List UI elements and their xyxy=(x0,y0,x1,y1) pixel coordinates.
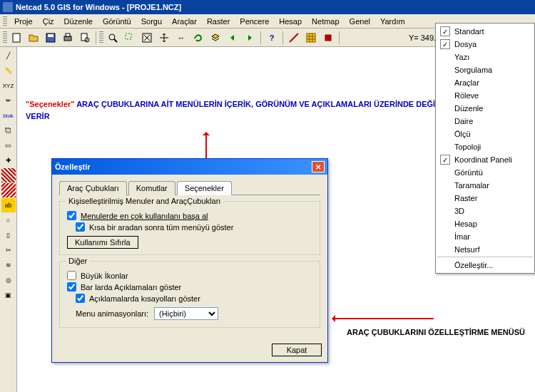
grid-icon[interactable] xyxy=(303,30,319,46)
context-menu-item--zelle-tir-[interactable]: Özelleştir... xyxy=(437,259,533,272)
menubar-grip[interactable] xyxy=(3,16,7,26)
context-menu-item-label: Röleve xyxy=(454,91,479,100)
chk-full-menu[interactable] xyxy=(76,222,85,232)
toolbar-grip-2[interactable] xyxy=(99,31,103,44)
tab-secenekler[interactable]: Seçenekler xyxy=(177,181,232,195)
toolbar-separator-3 xyxy=(282,31,283,44)
context-menu-item-label: Görüntü xyxy=(454,168,483,177)
menu-goruntu[interactable]: Görüntü xyxy=(98,16,136,27)
toolbar-grip[interactable] xyxy=(3,31,7,44)
xyz-tool-icon[interactable]: XYZ xyxy=(1,78,16,93)
left-toolbar: ╱ 📏 XYZ ✏ blok ⿻ ▭ ✚ ab ○ ▯ ✂ ≋ ◎ ▣ xyxy=(0,47,17,392)
refresh-icon[interactable] xyxy=(190,30,206,46)
context-menu-item-hesap[interactable]: Hesap xyxy=(437,217,533,230)
context-menu-item-taramalar[interactable]: Taramalar xyxy=(437,179,533,192)
context-menu-item-label: İmar xyxy=(454,232,470,241)
context-menu-item-ara-lar[interactable]: Araçlar xyxy=(437,76,533,89)
menu-yardim[interactable]: Yardım xyxy=(376,16,409,27)
context-menu-item-3d[interactable]: 3D xyxy=(437,205,533,217)
text-tool-icon[interactable]: ab xyxy=(1,198,16,212)
check-icon: ✓ xyxy=(440,155,450,165)
dialog-tabs: Araç Çubukları Komutlar Seçenekler xyxy=(59,180,320,195)
app-icon xyxy=(3,2,13,12)
chk-full-menu-label: Kısa bir aradan sonra tüm menüyü göster xyxy=(89,223,233,232)
chk-big-icons[interactable] xyxy=(67,271,76,280)
annotation-red-text: "Seçenekler" xyxy=(26,100,75,108)
back-icon[interactable] xyxy=(225,30,240,46)
preview-icon[interactable] xyxy=(77,30,93,46)
menu-ciz[interactable]: Çiz xyxy=(39,16,58,27)
edit-tool-icon[interactable]: ✏ xyxy=(1,93,16,108)
dialog-titlebar[interactable]: Özelleştir ✕ xyxy=(52,159,327,175)
context-menu-item-label: Topoloji xyxy=(454,143,481,151)
menu-proje[interactable]: Proje xyxy=(10,16,37,27)
layers-icon[interactable] xyxy=(208,30,223,46)
circle-tool-icon[interactable]: ○ xyxy=(1,213,16,227)
svg-rect-4 xyxy=(66,33,70,36)
toolbar-separator-4 xyxy=(339,31,340,44)
zoom-icon[interactable] xyxy=(105,30,121,46)
rect-tool-icon[interactable]: ▭ xyxy=(1,138,16,153)
cut-tool-icon[interactable]: ✂ xyxy=(1,243,16,257)
tab-arac-cubuklari[interactable]: Araç Çubukları xyxy=(59,181,127,195)
chk-most-used[interactable] xyxy=(67,211,76,220)
menu-raster[interactable]: Raster xyxy=(203,16,234,27)
help-icon[interactable]: ? xyxy=(264,30,280,46)
new-file-icon[interactable] xyxy=(9,30,24,46)
object-icon[interactable] xyxy=(320,30,336,46)
chk-bar-tips[interactable] xyxy=(67,282,76,292)
context-menu-item-netsurf[interactable]: Netsurf xyxy=(437,243,533,257)
menu-pencere[interactable]: Pencere xyxy=(235,16,273,27)
context-menu-item-label: Düzenle xyxy=(454,104,483,113)
context-menu-item-d-zenle[interactable]: Düzenle xyxy=(437,102,533,115)
ring-tool-icon[interactable]: ◎ xyxy=(1,273,16,287)
hatch2-tool-icon[interactable] xyxy=(1,183,16,197)
open-folder-icon[interactable] xyxy=(26,30,41,46)
context-menu-item-label: Taramalar xyxy=(454,181,489,190)
hatch1-tool-icon[interactable] xyxy=(1,168,16,182)
close-icon[interactable]: ✕ xyxy=(312,161,325,172)
measure-icon[interactable] xyxy=(286,30,302,46)
context-menu-item-i-mar[interactable]: İmar xyxy=(437,230,533,243)
reset-usage-button[interactable]: Kullanımı Sıfırla xyxy=(67,236,138,249)
context-menu-item-r-leve[interactable]: Röleve xyxy=(437,89,533,102)
context-menu-item-g-r-nt-[interactable]: Görüntü xyxy=(437,166,533,179)
snap-tool-icon[interactable]: ≋ xyxy=(1,258,16,272)
menu-araclar[interactable]: Araçlar xyxy=(168,16,201,27)
tab-komutlar[interactable]: Komutlar xyxy=(128,181,175,195)
chk-shortcuts[interactable] xyxy=(76,294,85,303)
block-tool-icon[interactable]: blok xyxy=(1,108,16,123)
menu-duzenle[interactable]: Düzenle xyxy=(60,16,97,27)
context-menu-item-yaz-[interactable]: Yazı xyxy=(437,51,533,63)
context-menu-item--l-[interactable]: Ölçü xyxy=(437,128,533,140)
forward-icon[interactable] xyxy=(242,30,258,46)
cross-tool-icon[interactable]: ✚ xyxy=(1,153,16,167)
menu-hesap[interactable]: Hesap xyxy=(275,16,306,27)
context-menu-item-topoloji[interactable]: Topoloji xyxy=(437,140,533,153)
box-tool-icon[interactable]: ▣ xyxy=(1,288,16,302)
zoom-extents-icon[interactable] xyxy=(139,30,155,46)
context-menu-item-dosya[interactable]: ✓Dosya xyxy=(437,38,533,51)
menu-netmap[interactable]: Netmap xyxy=(307,16,344,27)
customize-dialog: Özelleştir ✕ Araç Çubukları Komutlar Seç… xyxy=(51,158,328,363)
dialog-close-button[interactable]: Kapat xyxy=(272,344,322,356)
anim-select[interactable]: (Hiçbiri) xyxy=(154,307,218,320)
svg-rect-5 xyxy=(81,33,87,41)
menu-sorgu[interactable]: Sorgu xyxy=(137,16,166,27)
context-menu-item-standart[interactable]: ✓Standart xyxy=(437,25,533,38)
context-menu-item-daire[interactable]: Daire xyxy=(437,115,533,128)
zoom-window-icon[interactable] xyxy=(122,30,138,46)
select-tool-icon[interactable]: ▯ xyxy=(1,228,16,242)
pan-arrow-icon[interactable]: ↔ xyxy=(173,30,189,46)
measure-tool-icon[interactable]: 📏 xyxy=(1,63,16,78)
pan-icon[interactable] xyxy=(156,30,172,46)
save-icon[interactable] xyxy=(43,30,58,46)
red-arrow-left xyxy=(334,318,434,319)
print-icon[interactable] xyxy=(60,30,76,46)
line-tool-icon[interactable]: ╱ xyxy=(1,48,16,63)
context-menu-item-raster[interactable]: Raster xyxy=(437,192,533,205)
copy-tool-icon[interactable]: ⿻ xyxy=(1,123,16,138)
context-menu-item-sorgulama[interactable]: Sorgulama xyxy=(437,63,533,76)
context-menu-item-koordinat-paneli[interactable]: ✓Koordinat Paneli xyxy=(437,153,533,166)
menu-genel[interactable]: Genel xyxy=(345,16,374,27)
